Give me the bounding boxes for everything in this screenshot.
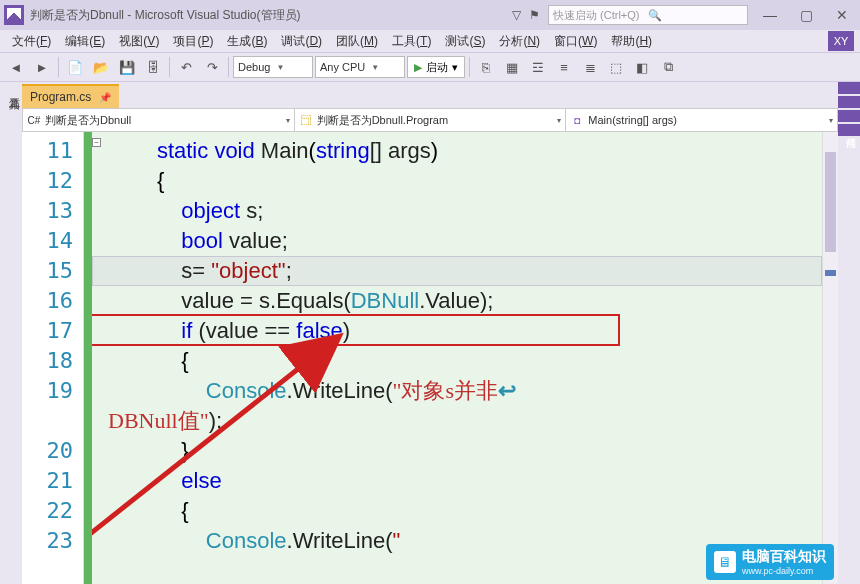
menu-t[interactable]: 工具(T)	[386, 31, 437, 52]
class-dropdown[interactable]: ⿹ 判断是否为Dbnull.Program ▾	[295, 109, 567, 131]
tab-filename: Program.cs	[30, 90, 91, 104]
line-number: 12	[22, 166, 83, 196]
code-line[interactable]: s= "object";	[108, 256, 820, 286]
main-toolbar: ◄ ► 📄 📂 💾 🗄 ↶ ↷ Debug▼ Any CPU▼ ▶ 启动 ▾ ⎘…	[0, 52, 860, 82]
vs-logo-icon	[4, 5, 24, 25]
menu-s[interactable]: 测试(S)	[439, 31, 491, 52]
scrollbar-thumb[interactable]	[825, 152, 836, 252]
side-panel-tab[interactable]: 属性	[838, 124, 860, 136]
feedback-icon[interactable]: ⚑	[529, 8, 540, 22]
config-dropdown[interactable]: Debug▼	[233, 56, 313, 78]
line-number: 22	[22, 496, 83, 526]
nav-back-button[interactable]: ◄	[4, 55, 28, 79]
title-bar: 判断是否为Dbnull - Microsoft Visual Studio(管理…	[0, 0, 860, 30]
toolbar-icon[interactable]: ⬚	[604, 55, 628, 79]
code-line[interactable]: object s;	[108, 196, 820, 226]
code-line[interactable]: {	[108, 346, 820, 376]
toolbar-icon[interactable]: ▦	[500, 55, 524, 79]
menu-w[interactable]: 窗口(W)	[548, 31, 603, 52]
toolbar-icon[interactable]: ☲	[526, 55, 550, 79]
code-line[interactable]: DBNull值");	[108, 406, 820, 436]
config-value: Debug	[238, 61, 270, 73]
notifications-icon[interactable]: ▽	[512, 8, 521, 22]
line-number: 18	[22, 346, 83, 376]
project-dropdown[interactable]: C# 判断是否为Dbnull ▾	[23, 109, 295, 131]
code-line[interactable]: {	[108, 166, 820, 196]
menu-b[interactable]: 生成(B)	[221, 31, 273, 52]
menu-p[interactable]: 项目(P)	[167, 31, 219, 52]
class-name: 判断是否为Dbnull.Program	[317, 113, 448, 128]
toolbox-panel-tab[interactable]: 工具箱	[0, 82, 22, 584]
side-panel-tab[interactable]: 解决方案资源管理器	[838, 82, 860, 94]
line-number: 23	[22, 526, 83, 556]
code-line[interactable]: value = s.Equals(DBNull.Value);	[108, 286, 820, 316]
code-line[interactable]: bool value;	[108, 226, 820, 256]
search-icon: 🔍	[648, 9, 743, 22]
platform-dropdown[interactable]: Any CPU▼	[315, 56, 405, 78]
user-badge[interactable]: XY	[828, 31, 854, 51]
collapse-toggle[interactable]: −	[92, 138, 101, 147]
menu-f[interactable]: 文件(F)	[6, 31, 57, 52]
code-nav-bar: C# 判断是否为Dbnull ▾ ⿹ 判断是否为Dbnull.Program ▾…	[22, 108, 838, 132]
scroll-marker	[825, 270, 836, 276]
quick-launch-placeholder: 快速启动 (Ctrl+Q)	[553, 8, 648, 23]
line-number: 16	[22, 286, 83, 316]
pin-icon[interactable]: 📌	[99, 92, 111, 103]
undo-button[interactable]: ↶	[174, 55, 198, 79]
menu-h[interactable]: 帮助(H)	[605, 31, 658, 52]
quick-launch-input[interactable]: 快速启动 (Ctrl+Q) 🔍	[548, 5, 748, 25]
toolbar-icon[interactable]: ◧	[630, 55, 654, 79]
start-label: 启动	[426, 60, 448, 75]
open-button[interactable]: 📂	[89, 55, 113, 79]
new-project-button[interactable]: 📄	[63, 55, 87, 79]
menu-e[interactable]: 编辑(E)	[59, 31, 111, 52]
close-button[interactable]: ✕	[828, 5, 856, 25]
class-icon: ⿹	[299, 113, 313, 127]
code-line[interactable]: {	[108, 496, 820, 526]
nav-fwd-button[interactable]: ►	[30, 55, 54, 79]
code-editor[interactable]: 11121314151617181920212223 − static void…	[22, 132, 838, 584]
outline-column: −	[92, 132, 106, 584]
method-icon: ◘	[570, 113, 584, 127]
code-line[interactable]: if (value == false)	[108, 316, 820, 346]
menu-bar: 文件(F)编辑(E)视图(V)项目(P)生成(B)调试(D)团队(M)工具(T)…	[0, 30, 860, 52]
toolbar-icon[interactable]: ⧉	[656, 55, 680, 79]
line-number-gutter: 11121314151617181920212223	[22, 132, 84, 584]
save-all-button[interactable]: 🗄	[141, 55, 165, 79]
watermark-badge: 🖥 电脑百科知识 www.pc-daily.com	[706, 544, 834, 580]
change-indicator	[84, 132, 92, 584]
code-line[interactable]: else	[108, 466, 820, 496]
monitor-icon: 🖥	[714, 551, 736, 573]
line-number	[22, 406, 83, 436]
toolbar-icon[interactable]: ≣	[578, 55, 602, 79]
redo-button[interactable]: ↷	[200, 55, 224, 79]
code-line[interactable]: }	[108, 436, 820, 466]
maximize-button[interactable]: ▢	[792, 5, 820, 25]
line-number: 14	[22, 226, 83, 256]
side-panel-tab[interactable]: 团队资源管理器	[838, 96, 860, 108]
right-panel-tabs: 解决方案资源管理器团队资源管理器诊断工具属性	[838, 82, 860, 584]
minimize-button[interactable]: —	[756, 5, 784, 25]
side-panel-tab[interactable]: 诊断工具	[838, 110, 860, 122]
toolbar-icon[interactable]: ≡	[552, 55, 576, 79]
vertical-scrollbar[interactable]	[822, 132, 838, 584]
line-number: 21	[22, 466, 83, 496]
menu-d[interactable]: 调试(D)	[275, 31, 328, 52]
menu-m[interactable]: 团队(M)	[330, 31, 384, 52]
member-dropdown[interactable]: ◘ Main(string[] args) ▾	[566, 109, 837, 131]
code-line[interactable]: static void Main(string[] args)	[108, 136, 820, 166]
start-debug-button[interactable]: ▶ 启动 ▾	[407, 56, 465, 78]
line-number: 17	[22, 316, 83, 346]
platform-value: Any CPU	[320, 61, 365, 73]
step-button[interactable]: ⎘	[474, 55, 498, 79]
play-icon: ▶	[414, 61, 422, 74]
menu-n[interactable]: 分析(N)	[493, 31, 546, 52]
code-line[interactable]: Console.WriteLine("对象s并非 ↩	[108, 376, 820, 406]
window-title: 判断是否为Dbnull - Microsoft Visual Studio(管理…	[30, 7, 301, 24]
menu-v[interactable]: 视图(V)	[113, 31, 165, 52]
project-name: 判断是否为Dbnull	[45, 113, 131, 128]
file-tab[interactable]: Program.cs 📌	[22, 84, 119, 108]
save-button[interactable]: 💾	[115, 55, 139, 79]
code-area[interactable]: − static void Main(string[] args) { obje…	[92, 132, 838, 584]
watermark-title: 电脑百科知识	[742, 548, 826, 566]
